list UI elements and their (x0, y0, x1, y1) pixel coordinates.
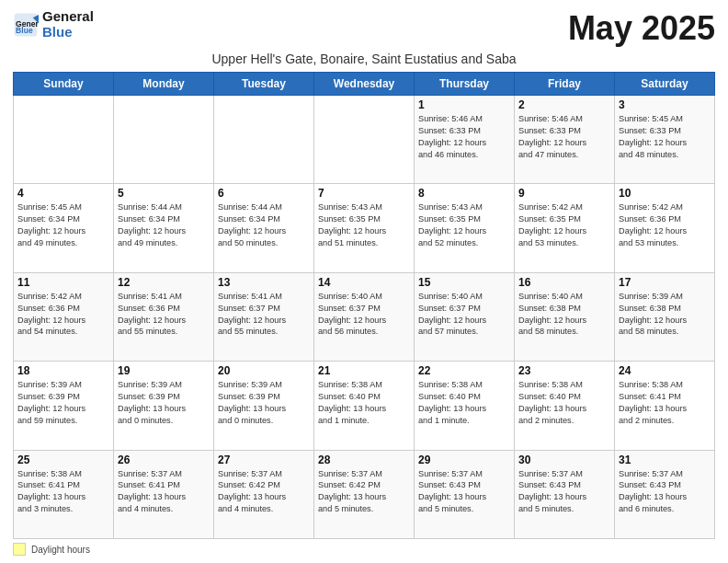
day-info: Sunrise: 5:40 AM Sunset: 6:37 PM Dayligh… (318, 291, 410, 339)
cell-week2-day0: 4Sunrise: 5:45 AM Sunset: 6:34 PM Daylig… (14, 184, 114, 272)
cell-week2-day6: 10Sunrise: 5:42 AM Sunset: 6:36 PM Dayli… (615, 184, 715, 272)
calendar-header: SundayMondayTuesdayWednesdayThursdayFrid… (14, 73, 715, 96)
day-info: Sunrise: 5:38 AM Sunset: 6:41 PM Dayligh… (17, 468, 109, 516)
day-info: Sunrise: 5:40 AM Sunset: 6:37 PM Dayligh… (418, 291, 510, 339)
week-row-1: 1Sunrise: 5:46 AM Sunset: 6:33 PM Daylig… (14, 96, 715, 184)
cell-week5-day6: 31Sunrise: 5:37 AM Sunset: 6:43 PM Dayli… (615, 450, 715, 538)
weekday-tuesday: Tuesday (214, 73, 314, 96)
day-info: Sunrise: 5:45 AM Sunset: 6:33 PM Dayligh… (619, 113, 711, 161)
day-number: 28 (318, 454, 410, 466)
top-header: General Blue General Blue May 2025 (13, 9, 715, 48)
day-number: 6 (218, 187, 310, 200)
day-info: Sunrise: 5:39 AM Sunset: 6:39 PM Dayligh… (17, 379, 109, 427)
cell-week2-day4: 8Sunrise: 5:43 AM Sunset: 6:35 PM Daylig… (415, 184, 515, 272)
weekday-wednesday: Wednesday (314, 73, 415, 96)
day-info: Sunrise: 5:45 AM Sunset: 6:34 PM Dayligh… (17, 201, 109, 249)
cell-week1-day5: 2Sunrise: 5:46 AM Sunset: 6:33 PM Daylig… (515, 96, 615, 184)
day-info: Sunrise: 5:39 AM Sunset: 6:38 PM Dayligh… (619, 291, 711, 339)
legend: Daylight hours (13, 543, 715, 556)
day-number: 13 (218, 276, 310, 289)
cell-week3-day0: 11Sunrise: 5:42 AM Sunset: 6:36 PM Dayli… (14, 272, 114, 361)
cell-week1-day0 (14, 96, 114, 184)
cell-week3-day3: 14Sunrise: 5:40 AM Sunset: 6:37 PM Dayli… (314, 272, 415, 361)
day-number: 15 (418, 276, 510, 289)
day-number: 4 (17, 187, 109, 200)
day-info: Sunrise: 5:39 AM Sunset: 6:39 PM Dayligh… (218, 379, 310, 427)
cell-week4-day5: 23Sunrise: 5:38 AM Sunset: 6:40 PM Dayli… (515, 362, 615, 450)
day-number: 12 (118, 276, 210, 289)
day-info: Sunrise: 5:46 AM Sunset: 6:33 PM Dayligh… (418, 113, 510, 161)
day-info: Sunrise: 5:43 AM Sunset: 6:35 PM Dayligh… (318, 201, 410, 249)
day-info: Sunrise: 5:37 AM Sunset: 6:43 PM Dayligh… (518, 468, 610, 516)
day-number: 19 (118, 364, 210, 377)
day-number: 27 (218, 454, 310, 466)
weekday-monday: Monday (114, 73, 214, 96)
cell-week2-day3: 7Sunrise: 5:43 AM Sunset: 6:35 PM Daylig… (314, 184, 415, 272)
day-number: 31 (619, 454, 711, 466)
day-number: 3 (619, 98, 711, 111)
logo-text: General Blue (42, 9, 94, 40)
cell-week1-day1 (114, 96, 214, 184)
day-info: Sunrise: 5:43 AM Sunset: 6:35 PM Dayligh… (418, 201, 510, 249)
cell-week5-day2: 27Sunrise: 5:37 AM Sunset: 6:42 PM Dayli… (214, 450, 314, 538)
day-info: Sunrise: 5:44 AM Sunset: 6:34 PM Dayligh… (118, 201, 210, 249)
cell-week5-day5: 30Sunrise: 5:37 AM Sunset: 6:43 PM Dayli… (515, 450, 615, 538)
day-number: 16 (518, 276, 610, 289)
day-number: 26 (118, 454, 210, 466)
day-info: Sunrise: 5:41 AM Sunset: 6:36 PM Dayligh… (118, 291, 210, 339)
weekday-header-row: SundayMondayTuesdayWednesdayThursdayFrid… (14, 73, 715, 96)
cell-week5-day0: 25Sunrise: 5:38 AM Sunset: 6:41 PM Dayli… (14, 450, 114, 538)
day-number: 8 (418, 187, 510, 200)
day-number: 24 (619, 364, 711, 377)
weekday-sunday: Sunday (14, 73, 114, 96)
day-number: 25 (17, 454, 109, 466)
day-number: 2 (518, 98, 610, 111)
cell-week2-day1: 5Sunrise: 5:44 AM Sunset: 6:34 PM Daylig… (114, 184, 214, 272)
day-info: Sunrise: 5:40 AM Sunset: 6:38 PM Dayligh… (518, 291, 610, 339)
day-number: 23 (518, 364, 610, 377)
day-info: Sunrise: 5:37 AM Sunset: 6:41 PM Dayligh… (118, 468, 210, 516)
cell-week5-day4: 29Sunrise: 5:37 AM Sunset: 6:43 PM Dayli… (415, 450, 515, 538)
subtitle: Upper Hell's Gate, Bonaire, Saint Eustat… (13, 52, 715, 66)
day-number: 30 (518, 454, 610, 466)
week-row-3: 11Sunrise: 5:42 AM Sunset: 6:36 PM Dayli… (14, 272, 715, 361)
calendar-table: SundayMondayTuesdayWednesdayThursdayFrid… (13, 72, 715, 539)
day-info: Sunrise: 5:44 AM Sunset: 6:34 PM Dayligh… (218, 201, 310, 249)
svg-text:Blue: Blue (16, 26, 33, 35)
legend-label: Daylight hours (31, 545, 90, 555)
cell-week4-day4: 22Sunrise: 5:38 AM Sunset: 6:40 PM Dayli… (415, 362, 515, 450)
cell-week1-day4: 1Sunrise: 5:46 AM Sunset: 6:33 PM Daylig… (415, 96, 515, 184)
logo: General Blue General Blue (13, 9, 94, 40)
day-info: Sunrise: 5:37 AM Sunset: 6:43 PM Dayligh… (619, 468, 711, 516)
day-number: 14 (318, 276, 410, 289)
day-info: Sunrise: 5:42 AM Sunset: 6:36 PM Dayligh… (17, 291, 109, 339)
day-info: Sunrise: 5:37 AM Sunset: 6:43 PM Dayligh… (418, 468, 510, 516)
calendar-body: 1Sunrise: 5:46 AM Sunset: 6:33 PM Daylig… (14, 96, 715, 539)
cell-week4-day1: 19Sunrise: 5:39 AM Sunset: 6:39 PM Dayli… (114, 362, 214, 450)
cell-week2-day5: 9Sunrise: 5:42 AM Sunset: 6:35 PM Daylig… (515, 184, 615, 272)
legend-box (13, 543, 26, 556)
cell-week3-day1: 12Sunrise: 5:41 AM Sunset: 6:36 PM Dayli… (114, 272, 214, 361)
logo-icon: General Blue (13, 12, 39, 38)
day-number: 22 (418, 364, 510, 377)
day-number: 1 (418, 98, 510, 111)
weekday-thursday: Thursday (415, 73, 515, 96)
week-row-4: 18Sunrise: 5:39 AM Sunset: 6:39 PM Dayli… (14, 362, 715, 450)
weekday-saturday: Saturday (615, 73, 715, 96)
cell-week3-day2: 13Sunrise: 5:41 AM Sunset: 6:37 PM Dayli… (214, 272, 314, 361)
month-title: May 2025 (568, 9, 715, 48)
cell-week4-day2: 20Sunrise: 5:39 AM Sunset: 6:39 PM Dayli… (214, 362, 314, 450)
cell-week4-day6: 24Sunrise: 5:38 AM Sunset: 6:41 PM Dayli… (615, 362, 715, 450)
day-number: 29 (418, 454, 510, 466)
week-row-5: 25Sunrise: 5:38 AM Sunset: 6:41 PM Dayli… (14, 450, 715, 538)
day-number: 10 (619, 187, 711, 200)
week-row-2: 4Sunrise: 5:45 AM Sunset: 6:34 PM Daylig… (14, 184, 715, 272)
cell-week1-day2 (214, 96, 314, 184)
cell-week4-day0: 18Sunrise: 5:39 AM Sunset: 6:39 PM Dayli… (14, 362, 114, 450)
cell-week2-day2: 6Sunrise: 5:44 AM Sunset: 6:34 PM Daylig… (214, 184, 314, 272)
day-info: Sunrise: 5:37 AM Sunset: 6:42 PM Dayligh… (218, 468, 310, 516)
cell-week1-day3 (314, 96, 415, 184)
day-info: Sunrise: 5:39 AM Sunset: 6:39 PM Dayligh… (118, 379, 210, 427)
day-info: Sunrise: 5:37 AM Sunset: 6:42 PM Dayligh… (318, 468, 410, 516)
day-info: Sunrise: 5:38 AM Sunset: 6:40 PM Dayligh… (518, 379, 610, 427)
